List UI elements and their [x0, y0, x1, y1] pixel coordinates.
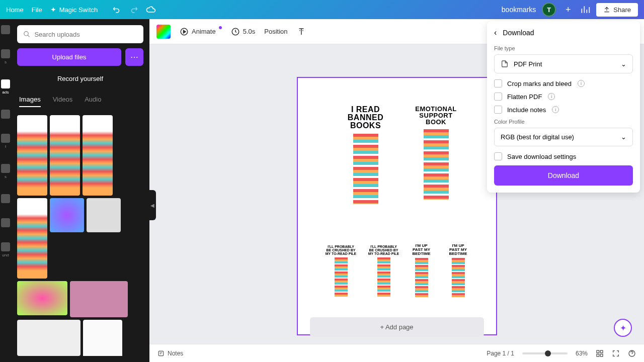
upload-thumb[interactable]: [17, 198, 47, 279]
zoom-value[interactable]: 63%: [576, 350, 588, 357]
download-button[interactable]: Download: [494, 165, 633, 186]
search-input[interactable]: [34, 31, 137, 38]
animate-indicator-icon: [219, 26, 222, 29]
download-title: Download: [503, 29, 534, 37]
home-button[interactable]: Home: [6, 6, 24, 14]
tab-audio[interactable]: Audio: [85, 96, 101, 107]
rail-item-1[interactable]: s: [1, 49, 10, 64]
upload-thumb[interactable]: [17, 320, 80, 356]
save-settings-label: Save download settings: [507, 153, 576, 160]
bookmark-text: EMOTIONAL SUPPORT BOOK: [415, 106, 457, 125]
include-notes-label: Include notes: [507, 106, 546, 114]
add-page-button[interactable]: + Add page: [309, 317, 484, 337]
undo-icon[interactable]: [112, 5, 122, 15]
rail-item-5[interactable]: s: [1, 164, 10, 179]
rail-item-4[interactable]: t: [1, 134, 10, 149]
crop-marks-label: Crop marks and bleed: [507, 80, 572, 87]
search-box[interactable]: [17, 25, 143, 43]
add-member-button[interactable]: +: [562, 4, 574, 16]
upload-files-button[interactable]: Upload files: [17, 48, 121, 66]
file-type-value: PDF Print: [514, 60, 542, 68]
tab-videos[interactable]: Videos: [53, 96, 73, 107]
upload-thumb[interactable]: [70, 281, 128, 317]
document-title[interactable]: bookmarks: [502, 6, 536, 14]
share-button[interactable]: Share: [596, 3, 638, 17]
rail-item-3[interactable]: [1, 110, 10, 119]
bookmark-text: I'M UP PAST MY BEDTIME: [413, 244, 431, 256]
bookmark-small-2[interactable]: I'LL PROBABLY BE CRUSHED BY MY TO-READ P…: [376, 245, 392, 297]
fullscreen-icon[interactable]: [612, 349, 620, 357]
magic-switch-button[interactable]: ✦ Magic Switch: [50, 6, 98, 14]
tab-images[interactable]: Images: [19, 96, 41, 107]
duration-button[interactable]: 5.0s: [231, 27, 256, 36]
redo-icon[interactable]: [129, 5, 139, 15]
text-tool-icon[interactable]: [297, 27, 306, 36]
record-yourself-button[interactable]: Record yourself: [17, 70, 143, 87]
color-picker[interactable]: [156, 25, 171, 39]
bookmark-text: I'LL PROBABLY BE CRUSHED BY MY TO-READ P…: [368, 245, 399, 255]
grid-view-icon[interactable]: [596, 349, 604, 357]
file-button[interactable]: File: [32, 6, 42, 14]
notes-label: Notes: [168, 350, 183, 357]
design-page[interactable]: I READ BANNED BOOKS EMOTIONAL SUPPORT BO…: [297, 77, 497, 335]
bookmark-small-1[interactable]: I'LL PROBABLY BE CRUSHED BY MY TO-READ P…: [333, 245, 349, 297]
chevron-down-icon: ⌄: [621, 60, 626, 68]
bookmark-large-2[interactable]: EMOTIONAL SUPPORT BOOK: [421, 106, 451, 200]
position-button[interactable]: Position: [264, 28, 287, 35]
color-profile-label: Color Profile: [494, 119, 633, 125]
upload-more-button[interactable]: ⋯: [125, 48, 143, 66]
bookmark-small-4[interactable]: I'M UP PAST MY BEDTIME: [450, 244, 466, 297]
magic-assist-button[interactable]: ✦: [614, 319, 632, 337]
analytics-icon[interactable]: [580, 5, 590, 15]
upload-thumb[interactable]: [17, 115, 47, 196]
info-icon[interactable]: i: [578, 80, 585, 87]
bookmark-text: I'M UP PAST MY BEDTIME: [449, 244, 467, 256]
rail-item-7[interactable]: [1, 218, 10, 227]
zoom-slider[interactable]: [522, 352, 568, 354]
bookmark-large-1[interactable]: I READ BANNED BOOKS: [351, 106, 381, 204]
search-icon: [23, 30, 30, 38]
back-icon[interactable]: ‹: [494, 28, 497, 37]
cloud-sync-icon[interactable]: [146, 5, 156, 15]
upload-thumb[interactable]: [87, 198, 121, 232]
clock-icon: [231, 27, 240, 36]
book-stack: [415, 258, 428, 297]
bookmark-text: I READ BANNED BOOKS: [348, 106, 383, 130]
notes-button[interactable]: Notes: [157, 350, 183, 357]
book-stack: [335, 257, 348, 297]
rail-item-6[interactable]: [1, 194, 10, 203]
upload-thumb[interactable]: [50, 198, 84, 232]
help-icon[interactable]: [628, 349, 636, 357]
crop-marks-checkbox[interactable]: Crop marks and bleed i: [494, 79, 633, 87]
media-tabs: Images Videos Audio: [17, 92, 143, 111]
rail-item-0[interactable]: [1, 25, 10, 34]
rail-item-uploads[interactable]: ads: [1, 79, 10, 95]
animate-icon: [180, 27, 189, 36]
save-settings-checkbox[interactable]: Save download settings: [494, 152, 633, 160]
top-bar: Home File ✦ Magic Switch bookmarks T + S…: [0, 0, 644, 19]
animate-label: Animate: [192, 28, 216, 35]
upload-thumb[interactable]: [17, 281, 67, 315]
info-icon[interactable]: i: [552, 106, 559, 113]
zoom-thumb[interactable]: [545, 350, 551, 356]
include-notes-checkbox[interactable]: Include notes i: [494, 106, 633, 114]
animate-button[interactable]: Animate: [180, 27, 222, 36]
share-label: Share: [613, 6, 631, 14]
upload-row: Upload files ⋯: [17, 48, 143, 66]
upload-thumb[interactable]: [83, 320, 122, 356]
avatar[interactable]: T: [542, 3, 556, 17]
file-type-select[interactable]: PDF Print ⌄: [494, 54, 633, 73]
upload-thumb[interactable]: [83, 115, 113, 196]
flatten-label: Flatten PDF: [507, 93, 542, 101]
info-icon[interactable]: i: [548, 93, 555, 100]
svg-rect-6: [597, 350, 599, 353]
color-profile-select[interactable]: RGB (best for digital use) ⌄: [494, 128, 633, 146]
bookmark-small-3[interactable]: I'M UP PAST MY BEDTIME: [414, 244, 430, 297]
upload-thumb[interactable]: [50, 115, 80, 196]
flatten-checkbox[interactable]: Flatten PDF i: [494, 93, 633, 101]
rail-item-8[interactable]: und: [1, 242, 10, 257]
checkbox-icon: [494, 93, 502, 101]
duration-label: 5.0s: [243, 28, 256, 35]
chevron-down-icon: ⌄: [621, 133, 626, 141]
page-indicator: Page 1 / 1: [487, 350, 514, 357]
